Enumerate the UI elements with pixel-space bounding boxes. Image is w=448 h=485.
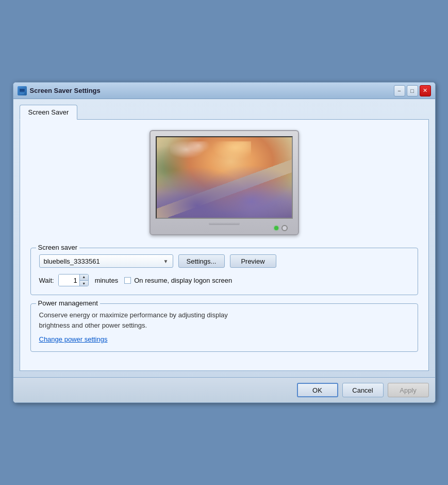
wait-input-container: ▲ ▼ bbox=[58, 274, 89, 286]
monitor-base bbox=[156, 222, 293, 225]
dialog-footer: OK Cancel Apply bbox=[13, 377, 435, 402]
power-led-icon bbox=[274, 226, 278, 230]
resume-checkbox[interactable] bbox=[124, 277, 131, 284]
screen-saver-section: Screen saver bluebells_3333561 ▼ Setting… bbox=[30, 248, 418, 295]
svg-rect-3 bbox=[20, 93, 24, 94]
title-bar: Screen Saver Settings − □ ✕ bbox=[13, 83, 435, 99]
maximize-button[interactable]: □ bbox=[407, 85, 418, 96]
monitor-stand bbox=[209, 222, 240, 225]
tab-strip: Screen Saver bbox=[20, 104, 429, 120]
wait-input[interactable] bbox=[59, 274, 79, 286]
change-power-settings-link[interactable]: Change power settings bbox=[39, 335, 108, 343]
monitor-preview bbox=[150, 130, 299, 235]
settings-button[interactable]: Settings... bbox=[178, 254, 225, 268]
monitor-screen bbox=[156, 136, 293, 219]
minutes-label: minutes bbox=[95, 277, 119, 284]
wait-spinners: ▲ ▼ bbox=[79, 274, 88, 286]
screensaver-controls-row: bluebells_3333561 ▼ Settings... Preview bbox=[39, 254, 409, 268]
wait-row: Wait: ▲ ▼ minutes On resume, display log… bbox=[39, 274, 409, 286]
cancel-button[interactable]: Cancel bbox=[342, 383, 384, 397]
wait-label: Wait: bbox=[39, 277, 54, 284]
power-management-section: Power management Conserve energy or maxi… bbox=[30, 303, 418, 352]
power-management-description: Conserve energy or maximize performance … bbox=[39, 310, 409, 330]
power-management-section-label: Power management bbox=[36, 299, 100, 307]
screensaver-dropdown[interactable]: bluebells_3333561 ▼ bbox=[39, 254, 173, 268]
app-icon bbox=[18, 86, 27, 95]
wait-decrement-button[interactable]: ▼ bbox=[80, 281, 88, 287]
tab-screen-saver[interactable]: Screen Saver bbox=[20, 105, 78, 120]
minimize-button[interactable]: − bbox=[394, 85, 405, 96]
dialog-body: Screen Saver bbox=[13, 99, 435, 377]
monitor-indicator bbox=[274, 225, 288, 231]
close-button[interactable]: ✕ bbox=[420, 85, 431, 96]
svg-rect-2 bbox=[21, 92, 23, 93]
screen-saver-preview-image bbox=[157, 137, 292, 218]
screen-saver-settings-dialog: Screen Saver Settings − □ ✕ Screen Saver bbox=[13, 82, 436, 403]
apply-button[interactable]: Apply bbox=[388, 383, 429, 397]
resume-checkbox-container[interactable]: On resume, display logon screen bbox=[124, 277, 232, 284]
window-title: Screen Saver Settings bbox=[30, 87, 394, 94]
svg-rect-1 bbox=[20, 89, 25, 92]
window-controls: − □ ✕ bbox=[394, 85, 431, 96]
screen-saver-section-label: Screen saver bbox=[36, 244, 80, 251]
power-button-icon bbox=[281, 225, 288, 231]
wait-increment-button[interactable]: ▲ bbox=[80, 274, 88, 281]
preview-button[interactable]: Preview bbox=[230, 254, 276, 268]
resume-checkbox-label: On resume, display logon screen bbox=[134, 277, 232, 284]
tab-panel-screen-saver: Screen saver bluebells_3333561 ▼ Setting… bbox=[20, 120, 429, 371]
ok-button[interactable]: OK bbox=[297, 383, 338, 397]
dropdown-arrow-icon: ▼ bbox=[163, 258, 169, 264]
monitor-preview-container bbox=[30, 130, 418, 235]
